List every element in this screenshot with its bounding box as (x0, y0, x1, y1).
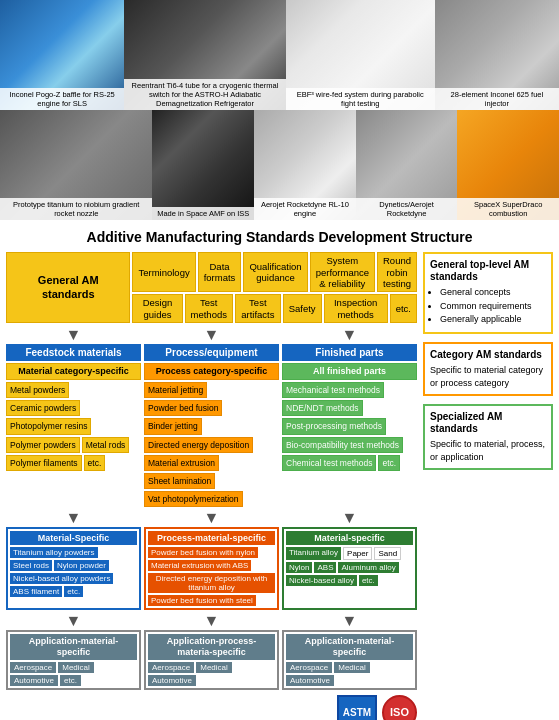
right-panel-general-title: General top-level AM standards (430, 259, 546, 283)
mat-fin-5: Aluminum alloy (338, 562, 398, 573)
photo-iss: Made in Space AMF on ISS (152, 110, 254, 220)
arrow-4: ▼ (6, 510, 141, 526)
app-proc-0: Aerospace (148, 662, 194, 673)
am-box-testartifacts: Test artifacts (235, 294, 281, 323)
finished-item-4: Chemical test methods (282, 455, 376, 471)
mat-fin-0: Titanium alloy (286, 547, 341, 560)
photo-tube-caption: Reentrant Ti6-4 tube for a cryogenic the… (124, 79, 285, 110)
mat-fin-6: Nickel-based alloy (286, 575, 357, 586)
diagram-section: Additive Manufacturing Standards Develop… (0, 220, 559, 720)
mat-process-items: Powder bed fusion with nylon Material ex… (148, 547, 275, 606)
finished-item-2: Post-processing methods (282, 418, 386, 434)
right-panel-general-item-1: Common requirements (440, 300, 546, 313)
right-panel-category-desc: Specific to material category or process… (430, 365, 543, 388)
feedstock-items: Metal powders Ceramic powders Photopolym… (6, 382, 141, 471)
app-fin-1: Medical (334, 662, 370, 673)
feedstock-item-1: Ceramic powders (6, 400, 80, 416)
mat-process-header: Process-material-specific (148, 531, 275, 545)
right-panel-specialized-desc: Specific to material, process, or applic… (430, 439, 545, 462)
feedstock-header: Feedstock materials (6, 344, 141, 361)
mat-finished-header: Material-specific (286, 531, 413, 545)
mat-proc-1: Material extrusion with ABS (148, 560, 251, 571)
mat-finished-block: Material-specific Titanium alloy Paper S… (282, 527, 417, 610)
astm-logo: ASTM (337, 695, 377, 720)
general-am-row1: Terminology Data formats Qualification g… (132, 252, 417, 292)
mat-fin-1: Paper (343, 547, 372, 560)
feedstock-item-0: Metal powders (6, 382, 69, 398)
process-item-0: Material jetting (144, 382, 207, 398)
arrow-2: ▼ (144, 327, 279, 343)
logos-row: ASTM ISO (6, 692, 417, 720)
mat-feed-3: Nickel-based alloy powders (10, 573, 113, 584)
photo-injector-caption: 28-element Inconel 625 fuel injector (435, 88, 559, 110)
process-header: Process/equipment (144, 344, 279, 361)
finished-header: Finished parts (282, 344, 417, 361)
am-box-inspection: Inspection methods (324, 294, 388, 323)
app-finished-items: Aerospace Medical Automotive (286, 662, 413, 686)
mat-feedstock-header: Material-Specific (10, 531, 137, 545)
mat-proc-0: Powder bed fusion with nylon (148, 547, 258, 558)
mat-feed-5: etc. (64, 586, 83, 597)
photo-turbo: Inconel Pogo-Z baffle for RS-25 engine f… (0, 0, 124, 110)
am-box-testmethods: Test methods (185, 294, 233, 323)
process-col: Process/equipment Process category-speci… (144, 344, 279, 507)
photo-rl10-caption: Aerojet Rocketdyne RL-10 engine (254, 198, 356, 220)
app-process-block: Application-process-materia-specific Aer… (144, 630, 279, 690)
photo-dynetics: Dynetics/Aerojet Rocketdyne (356, 110, 458, 220)
mat-fin-2: Sand (374, 547, 401, 560)
photo-iss-caption: Made in Space AMF on ISS (152, 207, 254, 220)
photo-nozzle: Prototype titanium to niobium gradient r… (0, 110, 152, 220)
diagram-title: Additive Manufacturing Standards Develop… (6, 228, 553, 246)
right-panel-general: General top-level AM standards General c… (423, 252, 553, 334)
right-panel-general-item-2: Generally applicable (440, 313, 546, 326)
app-process-items: Aerospace Medical Automotive (148, 662, 275, 686)
am-box-terminology: Terminology (132, 252, 195, 292)
am-box-qualification: Qualification guidance (243, 252, 307, 292)
mat-proc-2: Directed energy deposition with titanium… (148, 573, 275, 593)
finished-item-1: NDE/NDT methods (282, 400, 363, 416)
app-feed-1: Medical (58, 662, 94, 673)
arrow-6: ▼ (282, 510, 417, 526)
right-panel-specialized-title: Specialized AM standards (430, 411, 546, 435)
mat-specific-section: Material-Specific Titanium alloy powders… (6, 527, 417, 610)
app-proc-1: Medical (196, 662, 232, 673)
diagram-right: General top-level AM standards General c… (423, 252, 553, 720)
app-feedstock-block: Application-material-specific Aerospace … (6, 630, 141, 690)
finished-item-0: Mechanical test methods (282, 382, 384, 398)
mat-finished-items: Titanium alloy Paper Sand Nylon ABS Alum… (286, 547, 413, 586)
am-box-dataformats: Data formats (198, 252, 242, 292)
mat-process-block: Process-material-specific Powder bed fus… (144, 527, 279, 610)
arrows-row-1: ▼ ▼ ▼ (6, 327, 417, 343)
right-panel-category: Category AM standards Specific to materi… (423, 342, 553, 396)
app-feedstock-header: Application-material-specific (10, 634, 137, 660)
mat-feed-1: Steel rods (10, 560, 52, 571)
photo-gallery: Inconel Pogo-Z baffle for RS-25 engine f… (0, 0, 559, 220)
am-box-safety: Safety (283, 294, 322, 323)
mat-fin-7: etc. (359, 575, 378, 586)
general-am-row2: Design guides Test methods Test artifact… (132, 294, 417, 323)
app-fin-2: Automotive (286, 675, 334, 686)
feedstock-item-3: Polymer powders (6, 437, 80, 453)
feedstock-item-6: etc. (84, 455, 106, 471)
process-item-4: Material extrusion (144, 455, 219, 471)
mat-feedstock-items: Titanium alloy powders Steel rods Nylon … (10, 547, 137, 597)
finished-item-3: Bio-compatibility test methods (282, 437, 403, 453)
photo-rl10: Aerojet Rocketdyne RL-10 engine (254, 110, 356, 220)
app-feedstock-items: Aerospace Medical Automotive etc. (10, 662, 137, 686)
mat-feed-4: ABS filament (10, 586, 62, 597)
feedstock-item-2: Photopolymer resins (6, 418, 91, 434)
app-feed-2: Automotive (10, 675, 58, 686)
photo-wire: EBF³ wire-fed system during parabolic fi… (286, 0, 435, 110)
finished-col: Finished parts All finished parts Mechan… (282, 344, 417, 507)
mat-proc-3: Powder bed fusion with steel (148, 595, 256, 606)
app-fin-0: Aerospace (286, 662, 332, 673)
app-feed-0: Aerospace (10, 662, 56, 673)
photo-row-2: Prototype titanium to niobium gradient r… (0, 110, 559, 220)
general-am-row: General AM standards Terminology Data fo… (6, 252, 417, 323)
arrow-7: ▼ (6, 613, 141, 629)
photo-nozzle-caption: Prototype titanium to niobium gradient r… (0, 198, 152, 220)
app-proc-2: Automotive (148, 675, 196, 686)
photo-row-1: Inconel Pogo-Z baffle for RS-25 engine f… (0, 0, 559, 110)
feedstock-col: Feedstock materials Material category-sp… (6, 344, 141, 507)
process-items: Material jetting Powder bed fusion Binde… (144, 382, 279, 507)
